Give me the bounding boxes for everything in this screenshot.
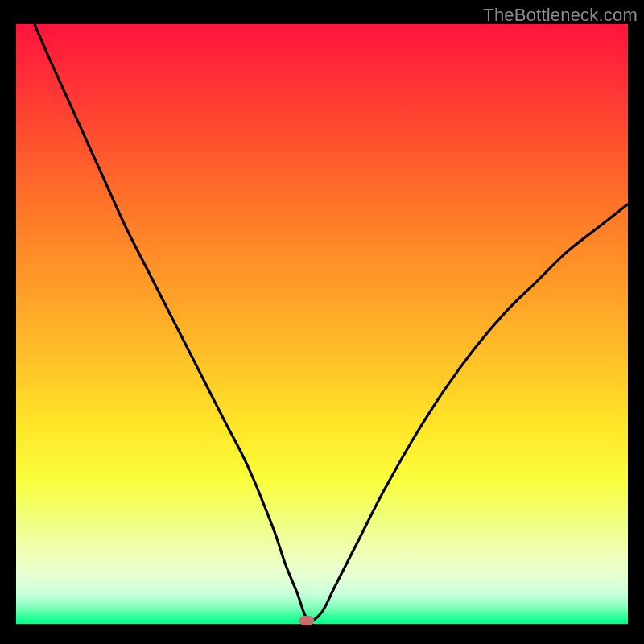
chart-container: TheBottleneck.com bbox=[0, 0, 644, 644]
plot-area bbox=[16, 24, 628, 624]
curve-path bbox=[35, 24, 628, 621]
optimal-point-marker bbox=[299, 616, 314, 625]
watermark-text: TheBottleneck.com bbox=[483, 5, 638, 26]
bottleneck-curve bbox=[16, 24, 628, 624]
